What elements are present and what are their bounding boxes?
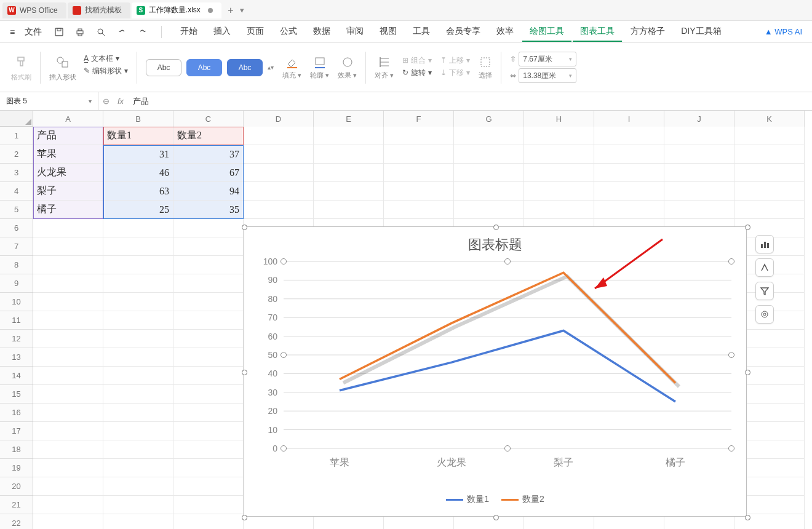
row-header-17[interactable]: 17 — [0, 422, 33, 440]
cell-B4[interactable]: 63 — [103, 182, 173, 201]
cell-K1[interactable] — [734, 127, 805, 145]
cell-H1[interactable] — [524, 127, 594, 145]
cell-J1[interactable] — [664, 127, 734, 145]
style-abc-1[interactable]: Abc — [146, 59, 181, 76]
cell-B13[interactable] — [103, 348, 173, 367]
menu-icon[interactable]: ≡ — [10, 27, 15, 37]
fx-icon[interactable]: fx — [113, 97, 128, 106]
cell-K2[interactable] — [734, 145, 805, 164]
style-abc-2[interactable]: Abc — [186, 59, 222, 76]
cell-A9[interactable] — [33, 274, 103, 293]
cell-B7[interactable] — [103, 237, 173, 256]
cell-I2[interactable] — [594, 145, 664, 164]
col-header-I[interactable]: I — [594, 111, 664, 127]
cell-C7[interactable] — [173, 237, 244, 256]
cell-G1[interactable] — [454, 127, 524, 145]
chart-object[interactable]: 图表标题0102030405060708090100苹果火龙果梨子橘子数量1数量… — [244, 226, 747, 517]
ribbon-tab-5[interactable]: 审阅 — [339, 22, 371, 42]
row-header-22[interactable]: 22 — [0, 514, 33, 529]
cell-A22[interactable] — [33, 514, 103, 529]
row-header-3[interactable]: 3 — [0, 164, 33, 182]
cell-A20[interactable] — [33, 477, 103, 496]
select-button[interactable]: 选择 — [479, 55, 492, 80]
cell-C3[interactable]: 67 — [173, 164, 244, 182]
cell-A17[interactable] — [33, 422, 103, 440]
row-header-9[interactable]: 9 — [0, 274, 33, 293]
row-header-8[interactable]: 8 — [0, 256, 33, 274]
cell-A21[interactable] — [33, 496, 103, 514]
cell-J4[interactable] — [664, 182, 734, 201]
select-all-corner[interactable] — [0, 111, 33, 127]
outline-button[interactable]: 轮廓 ▾ — [310, 55, 329, 80]
cell-G4[interactable] — [454, 182, 524, 201]
cell-C15[interactable] — [173, 385, 244, 404]
cell-A19[interactable] — [33, 459, 103, 477]
cell-E4[interactable] — [314, 182, 384, 201]
row-header-10[interactable]: 10 — [0, 293, 33, 311]
cell-A18[interactable] — [33, 440, 103, 459]
chart-style-icon[interactable] — [755, 258, 774, 277]
cell-A14[interactable] — [33, 367, 103, 385]
format-painter[interactable]: 格式刷 — [11, 54, 31, 82]
ribbon-tab-1[interactable]: 插入 — [206, 22, 238, 42]
cell-A8[interactable] — [33, 256, 103, 274]
formula-input[interactable]: 产品 — [128, 96, 812, 107]
row-header-15[interactable]: 15 — [0, 385, 33, 404]
edit-shape-button[interactable]: ✎编辑形状 ▾ — [84, 66, 128, 76]
cell-D5[interactable] — [244, 201, 314, 219]
cell-F4[interactable] — [384, 182, 454, 201]
cell-F5[interactable] — [384, 201, 454, 219]
row-header-7[interactable]: 7 — [0, 237, 33, 256]
cell-B17[interactable] — [103, 422, 173, 440]
cell-A15[interactable] — [33, 385, 103, 404]
save-icon[interactable] — [52, 25, 66, 39]
tab-list-dropdown[interactable]: ▾ — [240, 6, 249, 15]
cell-B9[interactable] — [103, 274, 173, 293]
cell-F3[interactable] — [384, 164, 454, 182]
cell-C6[interactable] — [173, 219, 244, 237]
col-header-D[interactable]: D — [244, 111, 314, 127]
tab-file[interactable]: S 工作簿数量.xlsx — [132, 2, 221, 18]
redo-icon[interactable] — [135, 25, 150, 39]
row-header-20[interactable]: 20 — [0, 477, 33, 496]
cell-H2[interactable] — [524, 145, 594, 164]
cell-C13[interactable] — [173, 348, 244, 367]
plot-handle[interactable] — [729, 352, 734, 358]
cell-D3[interactable] — [244, 164, 314, 182]
cell-B15[interactable] — [103, 385, 173, 404]
cell-J3[interactable] — [664, 164, 734, 182]
row-header-16[interactable]: 16 — [0, 404, 33, 422]
plot-handle[interactable] — [505, 259, 511, 264]
plot-handle[interactable] — [729, 259, 734, 264]
cell-K3[interactable] — [734, 164, 805, 182]
plot-handle[interactable] — [281, 446, 287, 451]
cell-A16[interactable] — [33, 404, 103, 422]
ribbon-tab-8[interactable]: 会员专享 — [439, 22, 488, 42]
cell-I5[interactable] — [594, 201, 664, 219]
chart-filter-icon[interactable] — [755, 282, 774, 300]
width-field[interactable]: 13.38厘米 — [519, 68, 576, 83]
preview-icon[interactable] — [94, 25, 108, 39]
chart-elements-icon[interactable] — [755, 235, 774, 253]
cell-A3[interactable]: 火龙果 — [33, 164, 103, 182]
cell-A5[interactable]: 橘子 — [33, 201, 103, 219]
cell-C16[interactable] — [173, 404, 244, 422]
cell-B21[interactable] — [103, 496, 173, 514]
cell-C5[interactable]: 35 — [173, 201, 244, 219]
series-line-0[interactable] — [340, 330, 675, 402]
style-abc-3[interactable]: Abc — [227, 59, 263, 76]
cell-A10[interactable] — [33, 293, 103, 311]
move-up-button[interactable]: ⤒ 上移 ▾ — [440, 55, 470, 66]
row-header-12[interactable]: 12 — [0, 330, 33, 348]
cell-B5[interactable]: 25 — [103, 201, 173, 219]
cell-F1[interactable] — [384, 127, 454, 145]
row-header-13[interactable]: 13 — [0, 348, 33, 367]
cell-C1[interactable]: 数量2 — [173, 127, 244, 145]
cell-B11[interactable] — [103, 311, 173, 330]
row-header-11[interactable]: 11 — [0, 311, 33, 330]
cell-C17[interactable] — [173, 422, 244, 440]
plot-handle[interactable] — [281, 259, 287, 264]
cell-G2[interactable] — [454, 145, 524, 164]
textbox-button[interactable]: A̲文本框 ▾ — [84, 54, 128, 64]
row-header-2[interactable]: 2 — [0, 145, 33, 164]
